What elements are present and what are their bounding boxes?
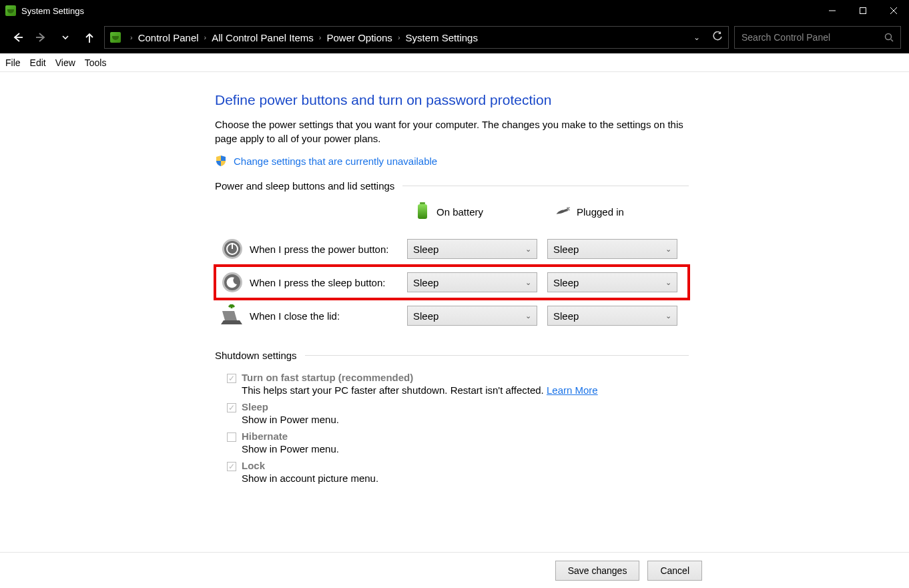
- refresh-button[interactable]: [712, 31, 723, 44]
- page-description: Choose the power settings that you want …: [215, 117, 689, 145]
- fast-startup-row: Turn on fast startup (recommended) This …: [227, 372, 689, 396]
- menu-tools[interactable]: Tools: [85, 57, 107, 68]
- chevron-down-icon: ⌄: [525, 245, 531, 254]
- minimize-button[interactable]: [817, 0, 848, 21]
- close-lid-plugged-select[interactable]: Sleep ⌄: [547, 306, 677, 326]
- row-sleep-button: When I press the sleep button: Sleep ⌄ S…: [215, 266, 689, 299]
- search-icon: [884, 33, 894, 42]
- chevron-down-icon: ⌄: [665, 278, 671, 287]
- checkbox-title: Turn on fast startup (recommended): [242, 372, 598, 383]
- checkbox-desc: Show in account picture menu.: [242, 473, 378, 484]
- lock-checkbox[interactable]: [227, 462, 236, 471]
- svg-rect-1: [860, 8, 866, 14]
- row-power-button: When I press the power button: Sleep ⌄ S…: [215, 232, 689, 266]
- breadcrumb-item[interactable]: System Settings: [406, 32, 478, 43]
- svg-rect-12: [567, 210, 570, 211]
- battery-icon: [415, 202, 430, 222]
- recent-locations-button[interactable]: [56, 27, 75, 48]
- shield-icon: [215, 155, 227, 167]
- menu-view[interactable]: View: [55, 57, 75, 68]
- column-battery-label: On battery: [436, 206, 483, 218]
- chevron-right-icon: ›: [204, 33, 207, 41]
- svg-marker-20: [222, 311, 237, 320]
- app-icon: [5, 5, 16, 16]
- chevron-down-icon: ⌄: [525, 312, 531, 320]
- fast-startup-checkbox[interactable]: [227, 374, 236, 383]
- back-button[interactable]: [8, 27, 27, 48]
- checkbox-desc: Show in Power menu.: [242, 443, 339, 455]
- checkbox-desc: This helps start your PC faster after sh…: [242, 384, 598, 396]
- checkbox-title: Hibernate: [242, 430, 339, 442]
- svg-marker-19: [221, 320, 242, 324]
- forward-button[interactable]: [32, 27, 51, 48]
- menu-edit[interactable]: Edit: [30, 57, 46, 68]
- section-header: Power and sleep buttons and lid settings: [215, 180, 394, 192]
- location-icon: [110, 32, 121, 43]
- chevron-down-icon[interactable]: ⌄: [693, 33, 700, 42]
- column-plugged-label: Plugged in: [577, 206, 624, 218]
- row-label: When I press the sleep button:: [246, 277, 407, 288]
- plug-icon: [555, 202, 570, 222]
- sleep-button-battery-select[interactable]: Sleep ⌄: [407, 272, 537, 292]
- title-bar: System Settings: [0, 0, 909, 21]
- close-button[interactable]: [878, 0, 909, 21]
- divider: [402, 186, 689, 186]
- search-input[interactable]: Search Control Panel: [734, 26, 901, 49]
- svg-line-8: [891, 39, 893, 41]
- chevron-right-icon: ›: [130, 33, 133, 41]
- sleep-checkbox[interactable]: [227, 403, 236, 412]
- menu-file[interactable]: File: [5, 57, 21, 68]
- row-label: When I press the power button:: [246, 244, 407, 255]
- close-lid-battery-select[interactable]: Sleep ⌄: [407, 306, 537, 326]
- row-close-lid: When I close the lid: Sleep ⌄ Sleep ⌄: [215, 299, 689, 332]
- save-button[interactable]: Save changes: [555, 561, 640, 581]
- divider: [305, 355, 689, 356]
- checkbox-desc: Show in Power menu.: [242, 414, 339, 425]
- chevron-down-icon: ⌄: [525, 278, 531, 287]
- address-bar-row: › Control Panel › All Control Panel Item…: [0, 21, 909, 53]
- hibernate-row: Hibernate Show in Power menu.: [227, 430, 689, 455]
- power-button-battery-select[interactable]: Sleep ⌄: [407, 239, 537, 259]
- sleep-row: Sleep Show in Power menu.: [227, 401, 689, 425]
- page-heading: Define power buttons and turn on passwor…: [215, 92, 689, 108]
- cancel-button[interactable]: Cancel: [647, 561, 702, 581]
- chevron-right-icon: ›: [398, 33, 400, 41]
- checkbox-title: Lock: [242, 460, 378, 471]
- power-button-icon: [219, 238, 246, 260]
- laptop-lid-icon: [219, 304, 246, 327]
- breadcrumb-item[interactable]: Control Panel: [138, 32, 199, 43]
- content-area: Define power buttons and turn on passwor…: [0, 72, 909, 552]
- address-bar[interactable]: › Control Panel › All Control Panel Item…: [104, 26, 729, 49]
- power-button-plugged-select[interactable]: Sleep ⌄: [547, 239, 677, 259]
- section-header: Shutdown settings: [215, 350, 297, 361]
- chevron-down-icon: ⌄: [665, 312, 671, 320]
- lock-row: Lock Show in account picture menu.: [227, 460, 689, 484]
- breadcrumb-item[interactable]: All Control Panel Items: [212, 32, 314, 43]
- window-title: System Settings: [21, 6, 84, 16]
- checkbox-title: Sleep: [242, 401, 339, 412]
- svg-point-7: [886, 34, 892, 40]
- up-button[interactable]: [80, 27, 99, 48]
- sleep-button-icon: [219, 271, 246, 294]
- chevron-right-icon: ›: [319, 33, 322, 41]
- chevron-down-icon: ⌄: [665, 245, 671, 254]
- learn-more-link[interactable]: Learn More: [547, 384, 598, 396]
- admin-settings-link[interactable]: Change settings that are currently unava…: [234, 156, 437, 167]
- breadcrumb-item[interactable]: Power Options: [326, 32, 392, 43]
- row-label: When I close the lid:: [246, 310, 407, 322]
- menu-bar: File Edit View Tools: [0, 53, 909, 72]
- svg-rect-11: [567, 208, 570, 209]
- svg-rect-9: [420, 202, 425, 204]
- footer: Save changes Cancel: [0, 552, 909, 588]
- search-placeholder: Search Control Panel: [741, 32, 884, 43]
- hibernate-checkbox[interactable]: [227, 432, 236, 442]
- svg-rect-10: [418, 204, 427, 219]
- maximize-button[interactable]: [848, 0, 878, 21]
- sleep-button-plugged-select[interactable]: Sleep ⌄: [547, 272, 677, 292]
